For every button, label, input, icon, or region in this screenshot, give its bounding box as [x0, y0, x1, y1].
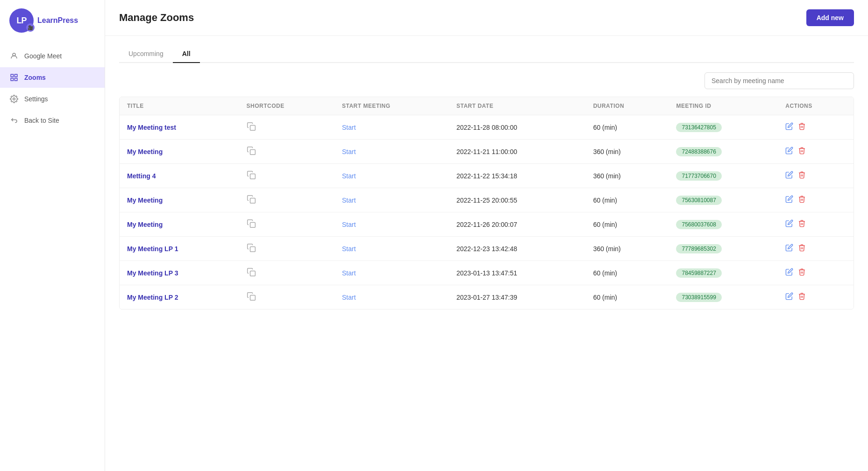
meeting-id-badge: 75630810087 — [676, 196, 721, 205]
meeting-id-badge: 78459887227 — [676, 268, 721, 278]
start-link[interactable]: Start — [342, 221, 356, 228]
table-body: My Meeting test Start 2022-11-28 08:00:0… — [120, 115, 854, 309]
table-row: My Meeting LP 3 Start 2023-01-13 13:47:5… — [120, 261, 854, 285]
start-date-cell: 2022-12-23 13:42:48 — [449, 237, 586, 261]
svg-rect-11 — [250, 247, 255, 252]
edit-icon[interactable] — [785, 244, 793, 253]
copy-icon[interactable] — [247, 195, 256, 204]
start-link[interactable]: Start — [342, 269, 356, 277]
delete-icon[interactable] — [798, 171, 806, 181]
sidebar-item-label-zooms: Zooms — [24, 74, 46, 81]
copy-icon[interactable] — [247, 267, 256, 277]
meeting-title: My Meeting test — [127, 124, 176, 131]
actions-cell — [785, 147, 846, 156]
svg-rect-10 — [250, 223, 255, 228]
start-link[interactable]: Start — [342, 172, 356, 180]
copy-icon[interactable] — [247, 292, 256, 301]
table-row: My Meeting test Start 2022-11-28 08:00:0… — [120, 115, 854, 140]
delete-icon[interactable] — [798, 147, 806, 156]
edit-icon[interactable] — [785, 292, 793, 302]
start-date-cell: 2023-01-27 13:47:39 — [449, 285, 586, 309]
edit-icon[interactable] — [785, 122, 793, 132]
svg-rect-4 — [15, 78, 17, 81]
page-title: Manage Zooms — [119, 12, 194, 24]
zooms-icon — [9, 73, 19, 82]
actions-cell — [785, 268, 846, 278]
start-link[interactable]: Start — [342, 124, 356, 131]
edit-icon[interactable] — [785, 195, 793, 205]
delete-icon[interactable] — [798, 122, 806, 132]
delete-icon[interactable] — [798, 244, 806, 253]
edit-icon[interactable] — [785, 268, 793, 278]
table-row: My Meeting Start 2022-11-25 20:00:55 60 … — [120, 188, 854, 212]
delete-icon[interactable] — [798, 292, 806, 302]
table-row: Metting 4 Start 2022-11-22 15:34:18 360 … — [120, 164, 854, 188]
delete-icon[interactable] — [798, 268, 806, 278]
meeting-title: My Meeting LP 3 — [127, 269, 178, 277]
edit-icon[interactable] — [785, 171, 793, 181]
tab-bar: Upcomming All — [119, 45, 854, 63]
copy-icon[interactable] — [247, 146, 256, 155]
sidebar: LP 🎥 LearnPress Google Meet Zooms Settin… — [0, 0, 105, 471]
duration-cell: 60 (min) — [586, 261, 669, 285]
sidebar-item-zooms[interactable]: Zooms — [0, 67, 105, 88]
col-duration: DURATION — [586, 97, 669, 115]
col-actions: ACTIONS — [778, 97, 854, 115]
sidebar-item-google-meet[interactable]: Google Meet — [0, 46, 105, 66]
search-input[interactable] — [704, 72, 854, 89]
sidebar-item-label-google-meet: Google Meet — [24, 52, 62, 60]
edit-icon[interactable] — [785, 147, 793, 156]
logo-name: LearnPress — [37, 16, 78, 25]
table-row: My Meeting Start 2022-11-26 20:00:07 60 … — [120, 212, 854, 237]
col-start-meeting: START MEETING — [334, 97, 449, 115]
col-start-date: START DATE — [449, 97, 586, 115]
actions-cell — [785, 219, 846, 229]
logo-icon: LP 🎥 — [9, 8, 34, 33]
svg-rect-12 — [250, 271, 255, 276]
delete-icon[interactable] — [798, 195, 806, 205]
sidebar-item-label-back-to-site: Back to Site — [24, 117, 59, 124]
start-link[interactable]: Start — [342, 197, 356, 204]
meetings-table-wrapper: TITLE SHORTCODE START MEETING START DATE… — [119, 97, 854, 309]
edit-icon[interactable] — [785, 219, 793, 229]
meeting-id-badge: 73038915599 — [676, 293, 721, 302]
svg-rect-2 — [15, 74, 17, 77]
meeting-id-badge: 73136427805 — [676, 123, 721, 132]
copy-icon[interactable] — [247, 122, 256, 131]
actions-cell — [785, 171, 846, 181]
copy-icon[interactable] — [247, 170, 256, 180]
svg-rect-7 — [250, 150, 255, 155]
delete-icon[interactable] — [798, 219, 806, 229]
tab-upcoming[interactable]: Upcomming — [119, 45, 173, 63]
svg-point-5 — [13, 98, 15, 100]
start-link[interactable]: Start — [342, 245, 356, 253]
svg-rect-9 — [250, 198, 255, 204]
start-link[interactable]: Start — [342, 148, 356, 155]
tab-all[interactable]: All — [173, 45, 200, 63]
start-date-cell: 2022-11-21 11:00:00 — [449, 140, 586, 164]
add-new-button[interactable]: Add new — [806, 9, 854, 26]
start-link[interactable]: Start — [342, 294, 356, 301]
meeting-id-badge: 71773706670 — [676, 171, 721, 181]
svg-rect-13 — [250, 295, 255, 301]
meeting-title: My Meeting LP 2 — [127, 294, 178, 301]
svg-rect-8 — [250, 174, 255, 179]
meeting-id-badge: 75680037608 — [676, 220, 721, 229]
duration-cell: 360 (min) — [586, 140, 669, 164]
meeting-title: My Meeting LP 1 — [127, 245, 178, 253]
start-date-cell: 2023-01-13 13:47:51 — [449, 261, 586, 285]
actions-cell — [785, 292, 846, 302]
actions-cell — [785, 244, 846, 253]
main-content: Manage Zooms Add new Upcomming All TITLE… — [105, 0, 868, 471]
duration-cell: 60 (min) — [586, 285, 669, 309]
start-date-cell: 2022-11-26 20:00:07 — [449, 212, 586, 237]
logo-area: LP 🎥 LearnPress — [0, 0, 105, 41]
meetings-table: TITLE SHORTCODE START MEETING START DATE… — [120, 97, 854, 309]
sidebar-item-settings[interactable]: Settings — [0, 89, 105, 109]
sidebar-nav: Google Meet Zooms Settings Back to Site — [0, 41, 105, 135]
copy-icon[interactable] — [247, 219, 256, 228]
sidebar-item-back-to-site[interactable]: Back to Site — [0, 110, 105, 131]
back-to-site-icon — [9, 116, 19, 125]
copy-icon[interactable] — [247, 243, 256, 253]
duration-cell: 60 (min) — [586, 212, 669, 237]
